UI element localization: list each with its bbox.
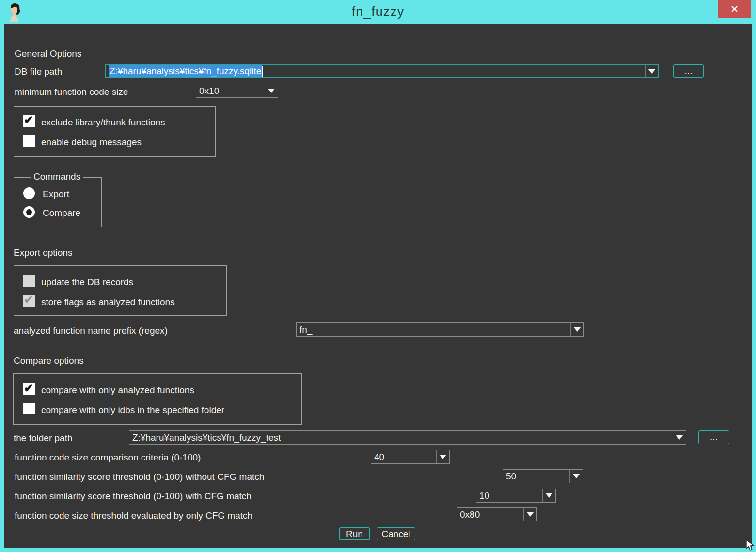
db-file-path-value: Z:¥haru¥analysis¥tics¥fn_fuzzy.sqlite xyxy=(106,65,645,77)
compare-idbs-folder-checkbox[interactable] xyxy=(23,403,35,414)
browse-folder-button[interactable]: ... xyxy=(698,430,729,444)
enable-debug-messages-label[interactable]: enable debug messages xyxy=(41,136,142,148)
min-code-size-value: 0x10 xyxy=(196,84,265,97)
titlebar[interactable]: fn_fuzzy ✕ xyxy=(0,0,756,24)
criteria-label: function code size comparison criteria (… xyxy=(15,451,201,463)
chevron-down-icon[interactable] xyxy=(265,84,278,97)
chevron-down-icon[interactable] xyxy=(569,470,583,483)
export-radio-label[interactable]: Export xyxy=(43,188,69,200)
prefix-regex-combobox[interactable]: fn_ xyxy=(296,322,584,337)
window-title: fn_fuzzy xyxy=(0,4,756,19)
folder-path-value: Z:¥haru¥analysis¥tics¥fn_fuzzy_test xyxy=(129,431,673,444)
export-checkbox-group xyxy=(14,265,227,316)
sim-with-cfg-combobox[interactable]: 10 xyxy=(476,489,556,503)
prefix-regex-value: fn_ xyxy=(297,323,570,336)
export-options-heading: Export options xyxy=(14,246,72,259)
chevron-down-icon[interactable] xyxy=(570,323,583,336)
size-cfg-only-label: function code size threshold evaluated b… xyxy=(15,509,252,521)
min-code-size-combobox[interactable]: 0x10 xyxy=(196,84,278,98)
exclude-library-thunk-checkbox[interactable] xyxy=(23,115,35,127)
export-radio[interactable] xyxy=(23,187,35,199)
compare-options-heading: Compare options xyxy=(14,354,84,367)
chevron-down-icon[interactable] xyxy=(523,508,536,521)
chevron-down-icon[interactable] xyxy=(542,489,555,502)
compare-analyzed-only-label[interactable]: compare with only analyzed functions xyxy=(41,384,194,396)
sim-with-cfg-value: 10 xyxy=(476,489,542,502)
commands-legend: Commands xyxy=(31,171,83,182)
db-file-path-combobox[interactable]: Z:¥haru¥analysis¥tics¥fn_fuzzy.sqlite xyxy=(105,64,659,78)
general-checkbox-group xyxy=(14,106,216,157)
sim-without-cfg-label: function similarity score threshold (0-1… xyxy=(15,471,264,483)
criteria-combobox[interactable]: 40 xyxy=(371,450,450,464)
exclude-library-thunk-label[interactable]: exclude library/thunk functions xyxy=(41,116,165,128)
db-file-path-label: DB file path xyxy=(15,65,62,77)
compare-analyzed-only-checkbox[interactable] xyxy=(23,383,35,395)
sim-without-cfg-combobox[interactable]: 50 xyxy=(503,469,583,483)
selected-text: Z:¥haru¥analysis¥tics¥fn_fuzzy.sqlite xyxy=(109,65,262,77)
run-button[interactable]: Run xyxy=(339,527,370,540)
close-button[interactable]: ✕ xyxy=(718,0,751,18)
fn-fuzzy-dialog: fn_fuzzy ✕ General Options DB file path … xyxy=(0,0,756,552)
chevron-down-icon[interactable] xyxy=(436,450,449,463)
compare-radio[interactable] xyxy=(23,206,35,218)
chevron-down-icon[interactable] xyxy=(645,65,658,77)
compare-radio-label[interactable]: Compare xyxy=(43,207,80,219)
mouse-cursor-icon xyxy=(744,539,756,552)
compare-checkbox-group xyxy=(13,373,302,425)
compare-idbs-folder-label[interactable]: compare with only idbs in the specified … xyxy=(41,404,224,416)
folder-path-label: the folder path xyxy=(14,432,72,444)
sim-without-cfg-value: 50 xyxy=(503,470,569,483)
cancel-button[interactable]: Cancel xyxy=(377,527,415,540)
enable-debug-messages-checkbox[interactable] xyxy=(23,135,35,147)
commands-group: Commands xyxy=(14,177,102,227)
size-cfg-only-combobox[interactable]: 0x80 xyxy=(457,507,537,521)
criteria-value: 40 xyxy=(371,450,436,463)
store-flags-label: store flags as analyzed functions xyxy=(41,296,175,308)
sim-with-cfg-label: function similarity score threshold (0-1… xyxy=(15,490,252,502)
size-cfg-only-value: 0x80 xyxy=(457,508,523,521)
prefix-regex-label: analyzed function name prefix (regex) xyxy=(14,324,168,337)
min-code-size-label: minimum function code size xyxy=(15,86,128,98)
close-icon: ✕ xyxy=(730,3,739,15)
folder-path-combobox[interactable]: Z:¥haru¥analysis¥tics¥fn_fuzzy_test xyxy=(129,430,686,445)
update-db-records-checkbox xyxy=(23,275,35,287)
chevron-down-icon[interactable] xyxy=(673,431,686,444)
update-db-records-label: update the DB records xyxy=(41,276,133,288)
store-flags-checkbox xyxy=(23,295,35,307)
text-caret xyxy=(262,66,263,77)
browse-db-button[interactable]: ... xyxy=(673,64,704,78)
general-options-heading: General Options xyxy=(15,47,81,60)
